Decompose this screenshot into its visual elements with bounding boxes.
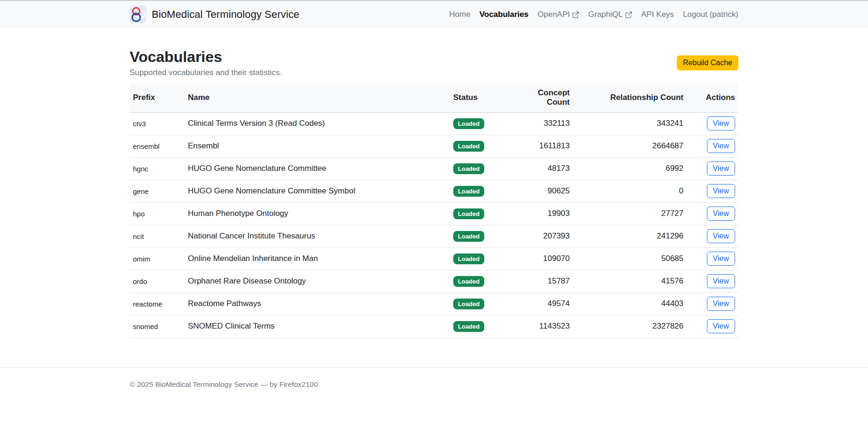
status-badge: Loaded (453, 141, 484, 152)
nav-item-graphiql[interactable]: GraphiQL (588, 10, 632, 19)
page-title: Vocabularies (130, 48, 282, 66)
nav-item-openapi-label: OpenAPI (537, 10, 570, 19)
cell-concept-count: 48173 (511, 157, 573, 180)
cell-actions: View (687, 112, 738, 135)
page-subtitle: Supported vocabularies and their statist… (130, 68, 282, 77)
nav-item-vocabularies[interactable]: Vocabularies (480, 10, 529, 19)
cell-concept-count: 1611813 (511, 135, 573, 157)
status-badge: Loaded (453, 231, 484, 242)
nav-item-logout[interactable]: Logout (patrick) (683, 10, 738, 19)
logo-blue-ring (132, 13, 141, 22)
cell-name: Clinical Terms Version 3 (Read Codes) (185, 112, 450, 135)
cell-relationship-count: 44403 (573, 292, 687, 315)
table-row: omimOnline Mendelian Inheritance in ManL… (130, 247, 738, 270)
cell-prefix: ordo (130, 270, 185, 292)
cell-relationship-count: 2327826 (573, 315, 687, 338)
cell-actions: View (687, 225, 738, 247)
cell-name: Online Mendelian Inheritance in Man (185, 247, 450, 270)
table-row: ensemblEnsemblLoaded16118132664687View (130, 135, 738, 157)
cell-actions: View (687, 202, 738, 225)
status-badge: Loaded (453, 253, 484, 264)
table-row: hgncHUGO Gene Nomenclature CommitteeLoad… (130, 157, 738, 180)
footer-copyright: © 2025 BioMedical Terminology Service — … (130, 368, 738, 401)
page-title-block: Vocabularies Supported vocabularies and … (130, 48, 282, 77)
cell-prefix: snomed (130, 315, 185, 338)
cell-name: SNOMED Clinical Terms (185, 315, 450, 338)
cell-name: Orphanet Rare Disease Ontology (185, 270, 450, 292)
table-row: hpoHuman Phenotype OntologyLoaded1990327… (130, 202, 738, 225)
view-button[interactable]: View (707, 139, 735, 153)
nav-item-openapi[interactable]: OpenAPI (537, 10, 579, 19)
cell-actions: View (687, 315, 738, 338)
view-button[interactable]: View (707, 184, 735, 198)
page-header: Vocabularies Supported vocabularies and … (130, 48, 738, 77)
view-button[interactable]: View (707, 274, 735, 288)
col-header-relationship-count: Relationship Count (573, 83, 687, 113)
cell-name: National Cancer Institute Thesaurus (185, 225, 450, 247)
cell-relationship-count: 27727 (573, 202, 687, 225)
status-badge: Loaded (453, 118, 484, 129)
status-badge: Loaded (453, 299, 484, 309)
cell-concept-count: 1143523 (511, 315, 573, 338)
table-row: geneHUGO Gene Nomenclature Committee Sym… (130, 180, 738, 202)
navbar: BioMedical Terminology Service Home Voca… (0, 1, 868, 28)
nav-item-api-keys[interactable]: API Keys (641, 10, 674, 19)
cell-concept-count: 207393 (511, 225, 573, 247)
cell-actions: View (687, 135, 738, 157)
view-button[interactable]: View (707, 207, 735, 221)
cell-concept-count: 90625 (511, 180, 573, 202)
view-button[interactable]: View (707, 319, 735, 333)
view-button[interactable]: View (707, 297, 735, 311)
col-header-status: Status (450, 83, 511, 113)
cell-status: Loaded (450, 247, 511, 270)
cell-status: Loaded (450, 315, 511, 338)
cell-prefix: gene (130, 180, 185, 202)
status-badge: Loaded (453, 321, 484, 332)
rebuild-cache-button[interactable]: Rebuild Cache (677, 55, 738, 70)
cell-prefix: ctv3 (130, 112, 185, 135)
cell-relationship-count: 241296 (573, 225, 687, 247)
cell-actions: View (687, 157, 738, 180)
brand[interactable]: BioMedical Terminology Service (130, 6, 299, 23)
cell-relationship-count: 41576 (573, 270, 687, 292)
cell-name: Human Phenotype Ontology (185, 202, 450, 225)
brand-title: BioMedical Terminology Service (152, 8, 299, 21)
nav-links: Home Vocabularies OpenAPI GraphiQL API K… (449, 10, 738, 19)
nav-item-home[interactable]: Home (449, 10, 470, 19)
cell-name: HUGO Gene Nomenclature Committee (185, 157, 450, 180)
col-header-prefix: Prefix (130, 83, 185, 113)
cell-concept-count: 332113 (511, 112, 573, 135)
vocabularies-table: Prefix Name Status Concept Count Relatio… (130, 83, 738, 338)
cell-concept-count: 15787 (511, 270, 573, 292)
cell-concept-count: 19903 (511, 202, 573, 225)
cell-status: Loaded (450, 135, 511, 157)
cell-status: Loaded (450, 157, 511, 180)
table-row: ordoOrphanet Rare Disease OntologyLoaded… (130, 270, 738, 292)
status-badge: Loaded (453, 163, 484, 174)
external-link-icon (572, 11, 579, 18)
cell-status: Loaded (450, 180, 511, 202)
view-button[interactable]: View (707, 116, 735, 131)
main-content: Vocabularies Supported vocabularies and … (130, 48, 738, 338)
footer: © 2025 BioMedical Terminology Service — … (0, 367, 868, 401)
external-link-icon (625, 11, 632, 18)
view-button[interactable]: View (707, 229, 735, 243)
cell-status: Loaded (450, 112, 511, 135)
cell-prefix: ncit (130, 225, 185, 247)
table-row: ctv3Clinical Terms Version 3 (Read Codes… (130, 112, 738, 135)
cell-prefix: reactome (130, 292, 185, 315)
cell-concept-count: 49574 (511, 292, 573, 315)
cell-name: Reactome Pathways (185, 292, 450, 315)
cell-concept-count: 109070 (511, 247, 573, 270)
status-badge: Loaded (453, 186, 484, 197)
view-button[interactable]: View (707, 161, 735, 176)
table-row: ncitNational Cancer Institute ThesaurusL… (130, 225, 738, 247)
cell-name: Ensembl (185, 135, 450, 157)
cell-prefix: hpo (130, 202, 185, 225)
table-row: snomedSNOMED Clinical TermsLoaded1143523… (130, 315, 738, 338)
col-header-actions: Actions (687, 83, 738, 113)
cell-actions: View (687, 270, 738, 292)
cell-actions: View (687, 247, 738, 270)
cell-actions: View (687, 180, 738, 202)
view-button[interactable]: View (707, 252, 735, 266)
